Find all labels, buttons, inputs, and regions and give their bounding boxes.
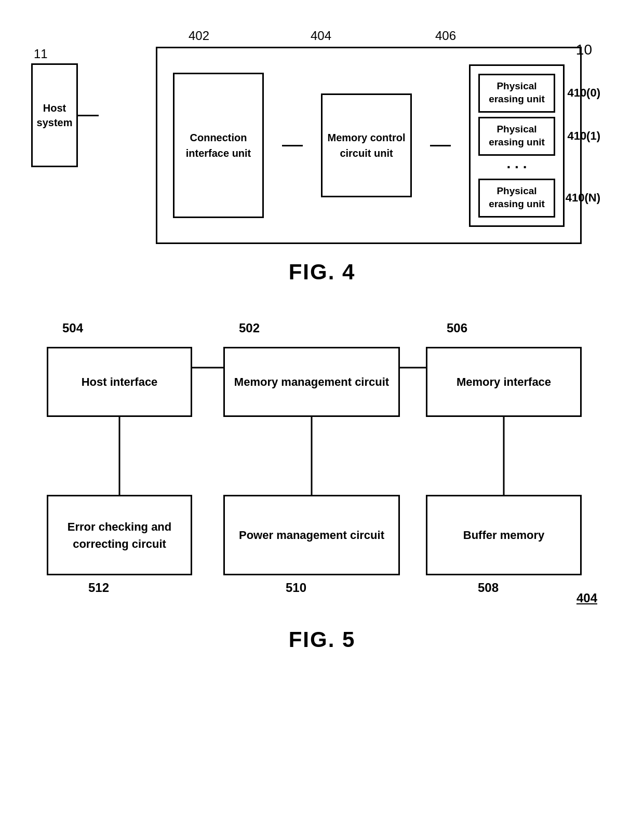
host-system-row: Host system <box>31 63 99 167</box>
fig5-section: 504 Host interface 502 Memory management… <box>31 316 613 652</box>
host-interface-text: Host interface <box>82 373 158 390</box>
label-404-bottom: 404 <box>576 591 597 605</box>
physical-erasing-unit-0: Physical erasing unit 410(0) <box>478 74 555 113</box>
memory-interface-text: Memory interface <box>457 373 551 390</box>
peu-1-label: 410(1) <box>567 129 600 144</box>
physical-erasing-unit-n: Physical erasing unit 410(N) <box>478 179 555 218</box>
label-402: 402 <box>189 29 209 43</box>
buffer-memory-box: Buffer memory <box>426 495 582 575</box>
error-checking-text: Error checking and correcting circuit <box>48 518 191 552</box>
fig4-caption: FIG. 4 <box>31 260 613 285</box>
fig4-outer-box: 402 404 406 Connection interface unit <box>156 47 582 244</box>
peu-1-text: Physical erasing unit <box>480 123 554 149</box>
fig4-section: 10 402 404 406 Connection interface unit <box>31 21 613 285</box>
label-506: 506 <box>447 321 467 335</box>
memory-management-box: Memory management circuit <box>223 347 400 417</box>
buffer-memory-text: Buffer memory <box>463 527 544 544</box>
host-system-area: 11 Host system <box>31 47 99 167</box>
memory-management-text: Memory management circuit <box>234 373 389 390</box>
h-line-1 <box>282 145 303 146</box>
h-line-2 <box>430 145 451 146</box>
error-checking-box: Error checking and correcting circuit <box>47 495 192 575</box>
label-502: 502 <box>239 321 260 335</box>
physical-erasing-unit-1: Physical erasing unit 410(1) <box>478 117 555 156</box>
memory-control-box: Memory control circuit unit <box>321 93 412 197</box>
host-system-box: Host system <box>31 63 78 167</box>
peu-n-label: 410(N) <box>566 191 600 206</box>
fig5-caption: FIG. 5 <box>31 627 613 652</box>
label-512: 512 <box>88 581 109 595</box>
peu-0-text: Physical erasing unit <box>480 80 554 105</box>
fig5-diagram: 504 Host interface 502 Memory management… <box>31 316 613 617</box>
host-interface-box: Host interface <box>47 347 192 417</box>
dots-row: · · · <box>478 160 555 174</box>
label-11: 11 <box>34 47 48 61</box>
box-406: Physical erasing unit 410(0) Physical er… <box>469 64 565 227</box>
fig4-wrapper: 10 402 404 406 Connection interface unit <box>31 21 613 244</box>
label-504: 504 <box>62 321 83 335</box>
connection-interface-box: Connection interface unit <box>173 73 264 218</box>
connection-interface-text: Connection interface unit <box>175 130 262 161</box>
label-404: 404 <box>311 29 331 43</box>
power-management-box: Power management circuit <box>223 495 400 575</box>
fig4-inner: Connection interface unit Memory control… <box>173 64 565 227</box>
page-container: 10 402 404 406 Connection interface unit <box>0 0 644 673</box>
peu-0-label: 410(0) <box>567 86 600 101</box>
label-508: 508 <box>478 581 499 595</box>
memory-control-text: Memory control circuit unit <box>323 130 410 161</box>
host-system-text: Host system <box>33 101 76 130</box>
power-management-text: Power management circuit <box>239 527 384 544</box>
memory-interface-box: Memory interface <box>426 347 582 417</box>
label-510: 510 <box>286 581 306 595</box>
peu-n-text: Physical erasing unit <box>480 185 554 210</box>
host-to-box-line <box>78 115 99 116</box>
label-406: 406 <box>435 29 456 43</box>
